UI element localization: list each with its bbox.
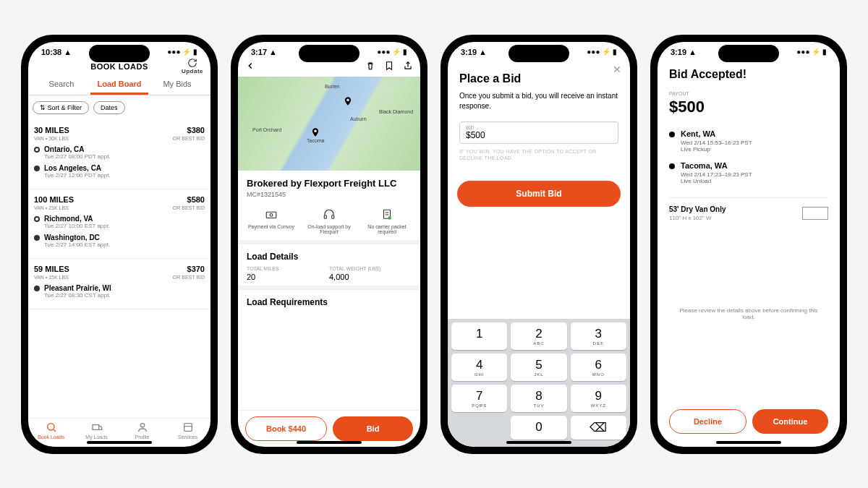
tab-load-board[interactable]: Load Board	[90, 75, 148, 95]
bid-button[interactable]: Bid	[333, 416, 413, 441]
modal-title: Place a Bid	[459, 72, 618, 85]
review-text: Please review the details above before c…	[669, 303, 828, 325]
svg-rect-6	[266, 212, 276, 218]
share-icon[interactable]	[403, 61, 413, 74]
bid-input[interactable]: BID $500	[459, 121, 618, 144]
sort-filter-chip[interactable]: ⇅ Sort & Filter	[33, 101, 89, 114]
equipment-type: 53' Dry Van Only	[669, 205, 726, 213]
total-weight: 4,000	[329, 273, 412, 281]
svg-point-2	[140, 423, 144, 427]
phone-load-detail: 3:17 ▲●●● ⚡ ▮ Burien Tacoma Auburn Black…	[231, 35, 427, 454]
keypad-key[interactable]: 2ABC	[511, 322, 566, 350]
tab-my-bids[interactable]: My Bids	[148, 75, 206, 95]
map-pin-icon	[343, 95, 353, 108]
update-button[interactable]: Update	[182, 58, 203, 74]
continue-button[interactable]: Continue	[752, 409, 828, 434]
tabs: Search Load Board My Bids	[28, 75, 210, 95]
page-title: BOOK LOADS	[90, 62, 148, 71]
svg-rect-9	[332, 215, 334, 218]
dates-chip[interactable]: Dates	[93, 101, 125, 114]
keypad-key[interactable]: 0	[511, 416, 566, 440]
phone-bid-accepted: 3:19 ▲●●● ⚡ ▮ Bid Accepted! PAYOUT $500 …	[650, 35, 847, 454]
keypad-key[interactable]: 7PQRS	[451, 385, 507, 412]
keypad-key[interactable]: 1	[451, 322, 507, 350]
keypad-key[interactable]: 9WXYZ	[571, 385, 626, 412]
feature-nopacket: No carrier packet required	[358, 208, 416, 234]
accepted-title: Bid Accepted!	[669, 68, 828, 81]
decline-button[interactable]: Decline	[669, 409, 746, 434]
nav-profile[interactable]: Profile	[119, 421, 165, 440]
phone-place-bid: 3:19 ▲●●● ⚡ ▮ ✕ Place a Bid Once you sub…	[441, 35, 637, 454]
nav-my-loads[interactable]: My Loads	[74, 421, 119, 440]
feature-payment: Payment via Convoy	[242, 208, 300, 234]
keypad-key[interactable]: 4GHI	[451, 354, 507, 381]
back-button[interactable]	[245, 61, 255, 74]
trailer-icon	[802, 207, 828, 220]
keypad-key[interactable]	[451, 416, 507, 440]
svg-rect-1	[93, 424, 99, 429]
delete-icon[interactable]	[365, 61, 375, 74]
keypad-key[interactable]: 3DEF	[571, 322, 626, 350]
close-button[interactable]: ✕	[613, 64, 621, 75]
route-stop: Tacoma, WAWed 2/14 17:23–19:23 PSTLive U…	[669, 161, 828, 184]
route-stop: Kent, WAWed 2/14 15:53–16:23 PSTLive Pic…	[669, 129, 828, 153]
modal-description: Once you submit a bid, you will receive …	[459, 91, 618, 111]
phone-book-loads: 10:38 ▲●●● ⚡ ▮ BOOK LOADS Update Search …	[21, 35, 218, 454]
svg-point-4	[346, 98, 349, 101]
payout-amount: $500	[669, 98, 828, 116]
status-time: 3:17 ▲	[251, 48, 277, 56]
status-time: 3:19 ▲	[461, 48, 487, 56]
keypad-key[interactable]: 5JKL	[511, 354, 566, 381]
mc-number: MC#1321545	[247, 191, 412, 198]
tab-search[interactable]: Search	[33, 75, 90, 95]
load-card[interactable]: 59 MILES$370 VAN • 15K LBSOR BEST BID Pl…	[28, 259, 210, 309]
svg-rect-8	[324, 215, 326, 218]
svg-point-7	[270, 213, 273, 216]
total-miles: 20	[247, 273, 329, 281]
keypad-key[interactable]: 6MNO	[571, 354, 626, 381]
book-button[interactable]: Book $440	[245, 416, 327, 441]
numeric-keypad: 12ABC3DEF4GHI5JKL6MNO7PQRS8TUV9WXYZ0⌫	[448, 319, 630, 447]
bookmark-icon[interactable]	[384, 61, 394, 74]
nav-services[interactable]: Services	[165, 421, 210, 440]
svg-point-0	[47, 423, 54, 429]
map-pin-icon	[310, 126, 320, 139]
load-card[interactable]: 30 MILES$380 VAN • 30K LBSOR BEST BID On…	[28, 120, 210, 189]
load-card[interactable]: 100 MILES$580 VAN • 23K LBSOR BEST BID R…	[28, 189, 210, 259]
keypad-key[interactable]: 8TUV	[511, 385, 566, 412]
bid-hint: IF YOU WIN, YOU HAVE THE OPTION TO ACCEP…	[459, 148, 618, 163]
map[interactable]: Burien Tacoma Auburn Black Diamond Port …	[238, 77, 420, 171]
broker-name: Brokered by Flexport Freight LLC	[247, 178, 412, 189]
status-time: 10:38 ▲	[41, 48, 72, 56]
submit-bid-button[interactable]: Submit Bid	[457, 181, 621, 207]
keypad-key[interactable]: ⌫	[571, 416, 626, 440]
feature-support: On-load support by Flexport	[300, 208, 358, 234]
section-load-requirements: Load Requirements	[247, 297, 412, 307]
svg-point-11	[388, 216, 392, 220]
nav-book-loads[interactable]: Book Loads	[28, 421, 74, 440]
status-time: 3:19 ▲	[671, 48, 697, 56]
section-load-details: Load Details	[247, 252, 412, 262]
svg-point-5	[314, 129, 317, 132]
status-icons: ●●● ⚡ ▮	[167, 48, 197, 56]
svg-rect-3	[184, 423, 192, 431]
